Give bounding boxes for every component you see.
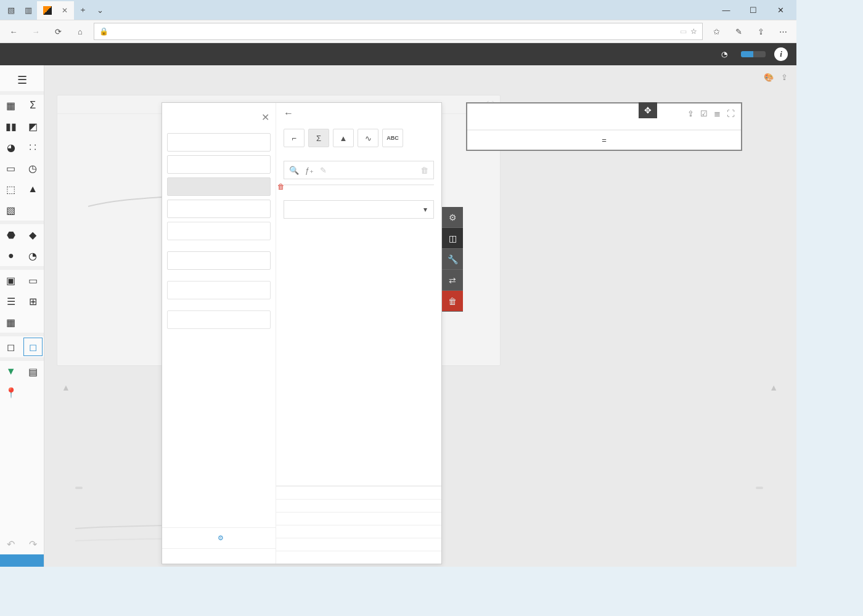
editor-footer-tab[interactable] [162, 548, 276, 564]
mobile-pill[interactable] [753, 51, 766, 57]
wrench-icon[interactable]: 🔧 [442, 249, 463, 270]
hidden-dimensions-label [162, 272, 276, 279]
menu-icon[interactable]: ☰ [10, 69, 35, 91]
treemap-item-icon[interactable]: ◩ [22, 116, 44, 137]
home-icon[interactable]: ⌂ [72, 23, 89, 40]
custom2-icon[interactable]: ▤ [22, 361, 44, 382]
scatter-item-icon[interactable]: ⸬ [22, 137, 44, 158]
more-icon[interactable]: ⋯ [774, 23, 791, 40]
layers-icon[interactable]: ◫ [442, 228, 463, 249]
data-filtering-button[interactable]: ⚙ [162, 527, 276, 548]
viewer-button[interactable] [0, 554, 44, 567]
tabs-aside-icon[interactable]: ▥ [20, 1, 37, 18]
reader-icon[interactable]: ▭ [680, 27, 687, 36]
column-item[interactable] [167, 200, 271, 218]
pie-item-icon[interactable]: ◕ [0, 137, 22, 158]
type-delta-icon[interactable]: ▲ [333, 129, 354, 147]
export-icon[interactable]: ⇪ [687, 109, 694, 118]
group-icon[interactable]: ◻ [0, 336, 22, 357]
move-handle-icon[interactable]: ✥ [639, 102, 657, 118]
pie-map-icon[interactable]: ◔ [22, 245, 44, 266]
window-close-icon[interactable]: ✕ [767, 1, 794, 18]
switch-to-viewer-button[interactable]: ◔ [721, 50, 732, 59]
list-filter-icon[interactable]: ☰ [0, 291, 22, 312]
bubble-map-icon[interactable]: ● [0, 245, 22, 266]
forward-icon[interactable]: → [27, 23, 44, 40]
tree-filter-icon[interactable]: ⊞ [22, 291, 44, 312]
funnel-icon[interactable]: ▼ [0, 361, 22, 382]
palette-icon[interactable]: 🎨 [764, 73, 774, 82]
maximize-icon[interactable]: ⛶ [727, 109, 735, 118]
pin-icon[interactable]: 📍 [0, 382, 22, 403]
refresh-icon[interactable]: ⟳ [49, 23, 67, 40]
app-body: ☰ ▦ Σ ▮▮ ◩ ◕ ⸬ ▭ ◷ ⬚ ▲ ▧ ⬣ ◆ ● ◔ ▣ ▭ ☰ [0, 65, 796, 567]
notes-icon[interactable]: ✎ [730, 23, 747, 40]
combo-filter-icon[interactable]: ▭ [22, 270, 44, 291]
new-tab-icon[interactable]: ＋ [74, 1, 91, 18]
conditional-formatting-section[interactable] [276, 525, 441, 538]
close-icon[interactable]: ✕ [261, 111, 269, 123]
format-section[interactable] [276, 551, 441, 564]
totals-section[interactable] [276, 512, 441, 525]
sparkline-item[interactable] [167, 251, 271, 270]
column-item[interactable] [167, 133, 271, 152]
window-minimize-icon[interactable]: — [713, 1, 740, 18]
geopoint-icon[interactable]: ◆ [22, 224, 44, 245]
type-hyperlink-icon[interactable]: ABC [382, 129, 403, 147]
info-icon[interactable]: i [774, 47, 788, 61]
text-item-icon[interactable]: ⬚ [0, 179, 22, 200]
share-icon[interactable]: ⇪ [752, 23, 769, 40]
tab-container-icon[interactable]: ◻ [22, 336, 44, 357]
undo-icon[interactable]: ↶ [0, 533, 22, 554]
summary-select[interactable]: ▾ [284, 200, 434, 219]
pivot-item-icon[interactable]: Σ [22, 95, 44, 116]
delete-icon[interactable]: 🗑 [420, 166, 428, 175]
edit-icon[interactable]: ✎ [320, 166, 327, 175]
multiselect-icon[interactable]: ☑ [700, 109, 708, 118]
grid-item-icon[interactable]: ▦ [0, 95, 22, 116]
dashboard-icon: ◔ [721, 50, 727, 59]
delete-icon[interactable]: 🗑 [277, 182, 285, 191]
favicon-icon [43, 6, 52, 15]
window-maximize-icon[interactable]: ☐ [740, 1, 767, 18]
add-measure-button[interactable] [167, 310, 271, 329]
favorites-icon[interactable]: ✩ [708, 23, 725, 40]
card-item-icon[interactable]: ▭ [0, 158, 22, 179]
app-header: ◔ i [0, 43, 796, 65]
close-icon[interactable]: ✕ [62, 6, 68, 15]
image-item-icon[interactable]: ▲ [22, 179, 44, 200]
add-dimension-button[interactable] [167, 281, 271, 299]
column-item[interactable] [167, 155, 271, 174]
choropleth-icon[interactable]: ⬣ [0, 224, 22, 245]
type-dimension-icon[interactable]: ⌐ [284, 129, 305, 147]
column-item-selected[interactable]: 🗑 [167, 177, 271, 196]
type-sparkline-icon[interactable]: ∿ [358, 129, 378, 147]
column-width-section[interactable] [276, 499, 441, 512]
bound-image-icon[interactable]: ▧ [0, 200, 22, 221]
fx-add-icon[interactable]: ƒ₊ [305, 166, 314, 175]
options-section[interactable] [276, 486, 441, 499]
browser-tab[interactable]: ✕ [37, 1, 74, 20]
range-filter-icon[interactable]: ▣ [0, 270, 22, 291]
trash-icon[interactable]: 🗑 [442, 291, 463, 312]
add-column-button[interactable] [167, 222, 271, 240]
desktop-pill[interactable] [741, 51, 753, 57]
calculations-section[interactable] [276, 538, 441, 551]
export-icon[interactable]: ⇪ [781, 73, 788, 82]
redo-icon[interactable]: ↷ [22, 533, 44, 554]
type-measure-icon[interactable]: Σ [308, 129, 329, 147]
star-icon[interactable]: ☆ [690, 27, 697, 36]
url-input[interactable]: 🔒 ▭ ☆ [94, 23, 703, 40]
chevron-down-icon[interactable]: ⌄ [91, 1, 108, 18]
gear-icon[interactable]: ⚙ [442, 207, 463, 228]
tabs-overview-icon[interactable]: ▧ [2, 1, 20, 18]
filter-icon[interactable]: ≣ [714, 109, 721, 118]
transfer-icon[interactable]: ⇄ [442, 270, 463, 291]
back-icon[interactable]: ← [284, 108, 293, 118]
binding-search[interactable]: 🔍 ƒ₊ ✎ 🗑 [284, 161, 434, 179]
back-icon[interactable]: ← [5, 23, 22, 40]
chart-item-icon[interactable]: ▮▮ [0, 116, 22, 137]
date-filter-icon[interactable]: ▦ [0, 312, 22, 333]
editor-columns-pane: ✕ 🗑 ⚙ [162, 103, 276, 564]
gauge-item-icon[interactable]: ◷ [22, 158, 44, 179]
